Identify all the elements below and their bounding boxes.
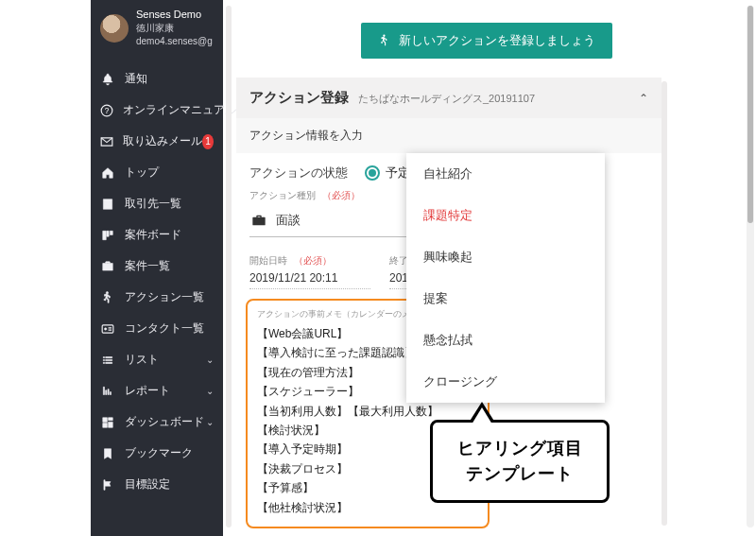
panel-title: アクション登録 xyxy=(249,89,349,107)
sidebar-item-0[interactable]: 通知 xyxy=(91,63,223,95)
bubble-line2: テンプレート xyxy=(442,461,597,487)
mail-icon xyxy=(100,134,113,149)
sidebar-item-label: 取り込みメール xyxy=(123,133,202,149)
sidebar-item-13[interactable]: 目標設定 xyxy=(91,469,223,500)
start-label: 開始日時 （必須） xyxy=(249,254,370,268)
sidebar-item-label: ダッシュボード xyxy=(125,414,204,430)
building-icon xyxy=(100,197,115,212)
panel-section-label: アクション情報を入力 xyxy=(236,118,662,153)
sidebar-item-label: アクション一覧 xyxy=(125,289,204,305)
collapse-caret-icon: ⌃ xyxy=(639,92,648,105)
sidebar-item-1[interactable]: ?オンラインマニュアル xyxy=(91,95,223,126)
run-icon xyxy=(100,290,115,305)
bookmark-icon xyxy=(100,446,115,461)
dashboard-icon xyxy=(100,415,115,430)
sidebar-item-label: オンラインマニュアル xyxy=(123,102,236,118)
chart-icon xyxy=(100,384,115,399)
sidebar-item-label: 案件一覧 xyxy=(125,258,170,274)
template-dropdown-menu: 自社紹介課題特定興味喚起提案懸念払拭クロージング xyxy=(406,153,605,403)
home-icon xyxy=(100,165,115,181)
sidebar-item-label: 取引先一覧 xyxy=(125,196,181,212)
sidebar-item-label: 案件ボード xyxy=(125,227,181,243)
user-name: 徳川家康 xyxy=(136,22,214,35)
start-datetime-input[interactable]: 2019/11/21 20:11 xyxy=(249,268,370,289)
sidebar-item-label: トップ xyxy=(125,164,159,181)
sidebar-item-2[interactable]: 取り込みメール1 xyxy=(91,126,223,157)
briefcase-icon xyxy=(251,214,266,227)
status-radio-planned[interactable]: 予定 xyxy=(365,164,410,182)
sidebar-item-5[interactable]: 案件ボード xyxy=(91,219,223,251)
user-email: demo4.senses@g… xyxy=(136,35,214,48)
action-type-value: 面談 xyxy=(276,212,301,229)
chevron-down-icon: ⌄ xyxy=(206,386,214,396)
sidebar-item-12[interactable]: ブックマーク xyxy=(91,438,223,469)
radio-dot-icon xyxy=(365,165,380,181)
profile-block[interactable]: Senses Demo 徳川家康 demo4.senses@g… xyxy=(91,0,223,63)
sidebar-item-label: ブックマーク xyxy=(125,445,193,461)
sidebar-item-3[interactable]: トップ xyxy=(91,157,223,188)
page-scrollbar[interactable] xyxy=(747,6,754,527)
sidebar-nav: 通知?オンラインマニュアル取り込みメール1トップ取引先一覧案件ボード案件一覧アク… xyxy=(91,63,223,500)
run-icon xyxy=(378,34,391,47)
cta-label: 新しいアクションを登録しましょう xyxy=(399,32,595,49)
sidebar-item-label: 目標設定 xyxy=(125,476,170,493)
chevron-down-icon: ⌄ xyxy=(206,417,214,427)
card-icon xyxy=(100,321,115,337)
cta-row: 新しいアクションを登録しましょう xyxy=(236,23,737,59)
sidebar-item-label: コンタクト一覧 xyxy=(125,320,204,337)
inner-scrollbar[interactable] xyxy=(226,6,232,527)
svg-text:?: ? xyxy=(105,107,110,115)
briefcase-icon xyxy=(100,259,115,274)
app-name: Senses Demo xyxy=(136,8,214,22)
dropdown-item-3[interactable]: 提案 xyxy=(406,278,605,320)
bubble-line1: ヒアリング項目 xyxy=(442,436,597,461)
sidebar-item-9[interactable]: リスト⌄ xyxy=(91,344,223,375)
sidebar-item-label: リスト xyxy=(125,352,159,368)
sidebar-item-4[interactable]: 取引先一覧 xyxy=(91,188,223,219)
sidebar-item-10[interactable]: レポート⌄ xyxy=(91,375,223,406)
sidebar-item-label: レポート xyxy=(125,383,170,399)
page-scrollbar-thumb[interactable] xyxy=(747,6,753,223)
sidebar: Senses Demo 徳川家康 demo4.senses@g… 通知?オンライ… xyxy=(91,0,223,536)
sidebar-item-8[interactable]: コンタクト一覧 xyxy=(91,313,223,344)
required-mark: （必須） xyxy=(322,190,360,200)
sidebar-item-6[interactable]: 案件一覧 xyxy=(91,251,223,282)
dropdown-item-5[interactable]: クロージング xyxy=(406,361,605,403)
sidebar-item-label: 通知 xyxy=(125,71,147,87)
profile-text: Senses Demo 徳川家康 demo4.senses@g… xyxy=(136,8,214,48)
dropdown-item-1[interactable]: 課題特定 xyxy=(406,195,605,236)
avatar xyxy=(100,14,129,43)
dropdown-item-0[interactable]: 自社紹介 xyxy=(406,153,605,195)
panel-header[interactable]: アクション登録 たちばなホールディングス_20191107 ⌃ xyxy=(236,78,662,118)
bell-icon xyxy=(100,72,115,87)
flag-icon xyxy=(100,477,115,493)
panel-subtitle: たちばなホールディングス_20191107 xyxy=(358,92,535,106)
annotation-bubble: ヒアリング項目 テンプレート xyxy=(430,420,610,503)
register-action-button[interactable]: 新しいアクションを登録しましょう xyxy=(361,23,612,59)
board-icon xyxy=(100,228,115,243)
panel-scrollbar[interactable] xyxy=(662,81,667,526)
help-icon: ? xyxy=(100,103,113,118)
chevron-down-icon: ⌄ xyxy=(206,354,214,365)
badge: 1 xyxy=(202,134,214,149)
svg-rect-2 xyxy=(102,325,113,333)
svg-point-3 xyxy=(105,328,107,330)
list-icon xyxy=(100,353,115,368)
status-label: アクションの状態 xyxy=(249,164,348,182)
dropdown-item-2[interactable]: 興味喚起 xyxy=(406,236,605,278)
dropdown-item-4[interactable]: 懸念払拭 xyxy=(406,320,605,361)
sidebar-item-11[interactable]: ダッシュボード⌄ xyxy=(91,406,223,438)
sidebar-item-7[interactable]: アクション一覧 xyxy=(91,282,223,313)
